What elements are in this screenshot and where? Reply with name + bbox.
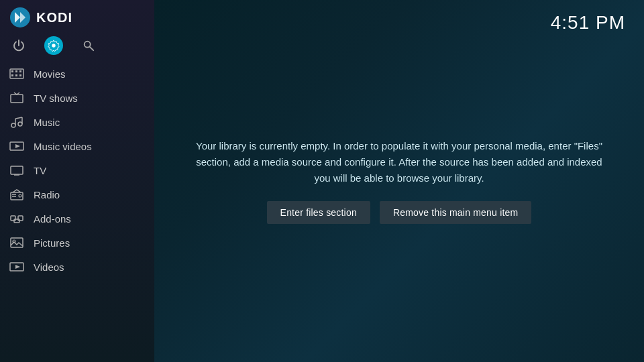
tv-icon — [9, 163, 24, 178]
action-buttons: Enter files section Remove this main men… — [191, 201, 607, 224]
logo-bar: KODI — [0, 0, 154, 32]
sidebar-label-movies: Movies — [34, 68, 66, 80]
sidebar-item-music[interactable]: Music — [0, 110, 154, 134]
sidebar-item-tv[interactable]: TV — [0, 158, 154, 182]
svg-rect-21 — [11, 166, 23, 174]
music-icon — [9, 115, 24, 129]
svg-point-3 — [52, 44, 55, 47]
search-button[interactable] — [79, 36, 98, 55]
svg-point-24 — [19, 194, 21, 197]
sidebar-label-addons: Add-ons — [34, 213, 71, 225]
sidebar-label-videos: Videos — [34, 261, 64, 273]
svg-rect-30 — [11, 238, 23, 247]
message-box: Your library is currently empty. In orde… — [178, 138, 621, 224]
svg-point-15 — [18, 122, 22, 126]
sidebar-item-videos[interactable]: Videos — [0, 255, 154, 279]
svg-point-14 — [11, 123, 15, 127]
top-icon-bar — [0, 32, 154, 62]
musicvideos-icon — [9, 139, 24, 154]
library-message: Your library is currently empty. In orde… — [191, 138, 607, 186]
svg-rect-9 — [19, 70, 21, 72]
main-content: 4:51 PM Your library is currently empty.… — [154, 0, 644, 362]
svg-rect-12 — [19, 74, 21, 76]
sidebar-item-addons[interactable]: Add-ons — [0, 206, 154, 231]
svg-marker-20 — [15, 144, 20, 148]
sidebar-label-tv: TV — [34, 165, 46, 176]
kodi-logo-icon — [9, 7, 31, 28]
power-icon — [12, 39, 25, 52]
app-title: KODI — [36, 10, 72, 25]
sidebar-item-tvshows[interactable]: TV shows — [0, 86, 154, 110]
svg-rect-28 — [18, 216, 23, 221]
sidebar-label-tvshows: TV shows — [34, 93, 78, 104]
sidebar-label-music: Music — [34, 117, 60, 128]
enter-files-button[interactable]: Enter files section — [267, 201, 370, 224]
settings-button[interactable] — [44, 36, 63, 55]
settings-icon — [48, 40, 60, 52]
sidebar-item-movies[interactable]: Movies — [0, 62, 154, 86]
svg-rect-10 — [11, 74, 13, 76]
sidebar-label-musicvideos: Music videos — [34, 141, 92, 152]
tvshows-icon — [9, 90, 24, 105]
movies-icon — [9, 66, 24, 81]
power-button[interactable] — [9, 36, 28, 55]
svg-rect-8 — [15, 70, 17, 72]
pictures-icon — [9, 235, 24, 250]
sidebar-item-pictures[interactable]: Pictures — [0, 231, 154, 255]
sidebar-label-radio: Radio — [34, 189, 60, 200]
sidebar-label-pictures: Pictures — [34, 237, 70, 249]
svg-line-5 — [90, 47, 93, 50]
sidebar-item-musicvideos[interactable]: Music videos — [0, 134, 154, 158]
svg-line-18 — [15, 117, 22, 119]
addons-icon — [9, 211, 24, 226]
search-icon — [83, 40, 95, 52]
sidebar-item-radio[interactable]: Radio — [0, 182, 154, 206]
svg-rect-11 — [15, 74, 17, 76]
svg-rect-7 — [11, 70, 13, 72]
videos-icon — [9, 259, 24, 274]
clock-display: 4:51 PM — [551, 12, 625, 34]
radio-icon — [9, 187, 24, 202]
svg-rect-13 — [11, 95, 23, 103]
svg-marker-33 — [15, 265, 20, 269]
remove-menu-item-button[interactable]: Remove this main menu item — [380, 201, 532, 224]
sidebar: KODI Movie — [0, 0, 154, 362]
nav-list: Movies TV shows Music Music videos TV — [0, 62, 154, 362]
svg-rect-27 — [11, 216, 15, 221]
